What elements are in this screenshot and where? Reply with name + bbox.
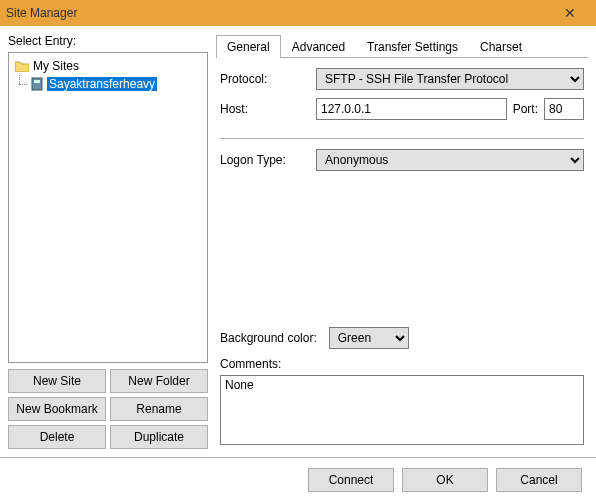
connect-button[interactable]: Connect [308, 468, 394, 492]
cancel-button[interactable]: Cancel [496, 468, 582, 492]
tab-bar: General Advanced Transfer Settings Chars… [216, 34, 588, 58]
close-icon[interactable]: ✕ [550, 5, 590, 21]
ok-button[interactable]: OK [402, 468, 488, 492]
svg-rect-1 [34, 80, 40, 83]
logon-type-select[interactable]: Anonymous [316, 149, 584, 171]
tab-general[interactable]: General [216, 35, 281, 58]
new-folder-button[interactable]: New Folder [110, 369, 208, 393]
dialog-body: Select Entry: My Sites Sayaktransferheav… [0, 26, 596, 457]
tab-charset[interactable]: Charset [469, 35, 533, 58]
delete-button[interactable]: Delete [8, 425, 106, 449]
site-tree[interactable]: My Sites Sayaktransferheavy [8, 52, 208, 363]
port-input[interactable] [544, 98, 584, 120]
select-entry-label: Select Entry: [8, 34, 208, 48]
dialog-button-bar: Connect OK Cancel [0, 457, 596, 502]
new-site-button[interactable]: New Site [8, 369, 106, 393]
folder-icon [15, 60, 29, 72]
host-label: Host: [220, 102, 310, 116]
left-button-grid: New Site New Folder New Bookmark Rename … [8, 369, 208, 449]
new-bookmark-button[interactable]: New Bookmark [8, 397, 106, 421]
logon-type-label: Logon Type: [220, 153, 310, 167]
tab-transfer-settings[interactable]: Transfer Settings [356, 35, 469, 58]
background-color-select[interactable]: Green [329, 327, 409, 349]
tab-advanced[interactable]: Advanced [281, 35, 356, 58]
host-input[interactable] [316, 98, 507, 120]
tree-item-label: Sayaktransferheavy [47, 77, 157, 91]
server-icon [31, 77, 43, 91]
duplicate-button[interactable]: Duplicate [110, 425, 208, 449]
separator [220, 138, 584, 139]
background-color-label: Background color: [220, 331, 317, 345]
right-panel: General Advanced Transfer Settings Chars… [216, 34, 588, 449]
left-panel: Select Entry: My Sites Sayaktransferheav… [8, 34, 208, 449]
tree-root-my-sites[interactable]: My Sites [11, 57, 205, 75]
comments-textarea[interactable]: None [220, 375, 584, 445]
port-label: Port: [513, 102, 538, 116]
svg-rect-0 [32, 78, 42, 90]
rename-button[interactable]: Rename [110, 397, 208, 421]
title-bar: Site Manager ✕ [0, 0, 596, 26]
tab-content-general: Protocol: SFTP - SSH File Transfer Proto… [216, 58, 588, 449]
protocol-select[interactable]: SFTP - SSH File Transfer Protocol [316, 68, 584, 90]
protocol-label: Protocol: [220, 72, 310, 86]
comments-label: Comments: [220, 357, 584, 371]
tree-item-selected[interactable]: Sayaktransferheavy [11, 75, 205, 93]
window-title: Site Manager [6, 6, 550, 20]
tree-root-label: My Sites [33, 59, 79, 73]
